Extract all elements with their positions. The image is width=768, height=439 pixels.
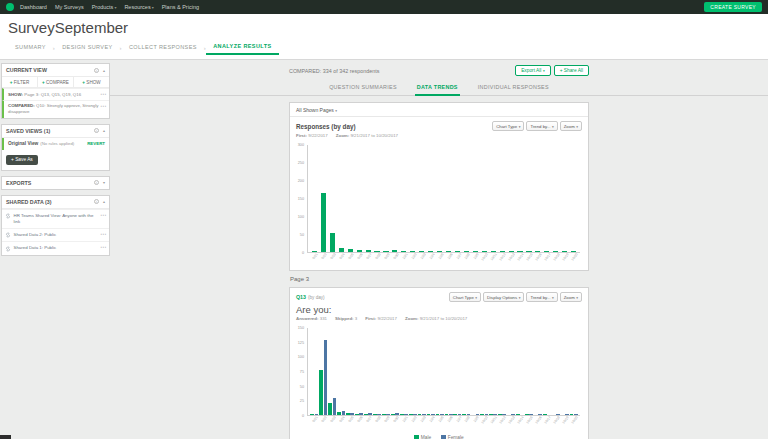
legend-label: Female [448,435,464,439]
bar-group [542,145,551,252]
shared-view-item[interactable]: HR Teams Shared View: Anyone with the li… [2,209,109,228]
bar [333,398,337,415]
surveymonkey-logo-icon[interactable] [6,3,14,11]
shared-view-item[interactable]: Shared Data 2: Public [2,228,109,242]
y-tick-label: 250 [298,161,304,165]
nav-dashboard[interactable]: Dashboard [20,4,47,10]
rule-text: Page 3: Q13, Q15, Q19, Q16 [24,92,81,97]
bar-group [382,145,391,252]
bar-group [462,145,471,252]
bar-group [471,328,480,415]
chart-controls: Chart Type Trend by... Zoom [492,121,582,131]
bar [473,251,478,252]
zoom-button[interactable]: Zoom [560,121,582,131]
bar [382,414,386,415]
by-day-label: (by day) [308,295,325,300]
bar [453,414,457,415]
display-options-button[interactable]: Display Options [483,292,524,302]
bar-group [382,328,391,415]
bar-group [417,145,426,252]
bar-group [373,328,382,415]
trend-by-button[interactable]: Trend by... [526,121,557,131]
tab-analyze-results[interactable]: ANALYZE RESULTS [206,41,278,55]
create-survey-button[interactable]: CREATE SURVEY [704,2,762,12]
bar-group [408,328,417,415]
export-all-button[interactable]: Export All [515,65,551,76]
bar-group [444,145,453,252]
button-label: Trend by... [530,124,550,129]
bar-group [533,328,542,415]
shared-view-item[interactable]: Shared Data 1: Public [2,241,109,255]
responses-by-day-chart: 050100150200250300 9/219/229/239/249/259… [292,142,582,270]
page-label: Page 3 [290,276,588,282]
pages-filter-label: All Shown Pages [296,107,334,113]
more-options-icon[interactable] [100,243,106,251]
q13-chart-header: Q13 (by day) Chart Type Display Options … [290,288,588,303]
nav-resources[interactable]: Resources [124,4,153,10]
chart-type-button[interactable]: Chart Type [449,292,481,302]
bar-group [435,145,444,252]
bar-group [319,328,328,415]
tab-data-trends[interactable]: DATA TRENDS [415,81,460,96]
nav-products[interactable]: Products [92,4,117,10]
bar [364,414,368,415]
bar [321,193,326,252]
bar-group [560,328,569,415]
bar [348,249,353,252]
info-icon[interactable] [94,68,99,73]
bar-group [525,145,534,252]
y-tick-label: 200 [298,179,304,183]
bar [337,412,341,415]
bar-group [417,328,426,415]
exports-header[interactable]: EXPORTS [2,177,109,189]
tab-question-summaries[interactable]: QUESTION SUMMARIES [327,81,399,95]
current-view-header[interactable]: CURRENT VIEW [2,64,109,77]
chevron-down-icon [334,107,337,113]
bar [570,414,574,415]
share-all-label: + Share All [560,68,583,73]
bar-group [507,328,516,415]
shared-data-header[interactable]: SHARED DATA (3) [2,196,109,209]
link-icon [5,213,11,219]
info-icon[interactable] [94,180,99,185]
more-options-icon[interactable] [100,230,106,238]
exports-panel: EXPORTS [1,176,110,190]
add-show-button[interactable]: SHOW [74,77,109,87]
more-options-icon[interactable] [100,90,106,98]
tab-design-survey[interactable]: DESIGN SURVEY [55,42,119,54]
more-options-icon[interactable] [100,102,106,110]
bar [328,403,332,415]
x-axis: 9/219/229/239/249/259/269/279/289/299/30… [307,417,580,433]
saved-views-header[interactable]: SAVED VIEWS (1) [2,125,109,138]
button-label: Trend by... [530,295,550,300]
revert-link[interactable]: REVERT [87,141,105,146]
share-all-button[interactable]: + Share All [554,65,589,76]
compare-rule: COMPARED: Q10: Strongly approve, Strongl… [2,100,109,118]
nav-plans-pricing[interactable]: Plans & Pricing [162,4,199,10]
bar-group [390,328,399,415]
bar-group [346,328,355,415]
save-as-button[interactable]: + Save As [6,155,38,165]
compared-respondents-text: COMPARED: 334 of 342 respondents [289,68,379,74]
original-view-item[interactable]: Original View (No rules applied) REVERT [2,138,109,150]
trend-by-button[interactable]: Trend by... [526,292,557,302]
add-compare-button[interactable]: COMPARE [38,77,74,87]
shared-data-title: SHARED DATA (3) [6,199,52,205]
add-filter-button[interactable]: FILTER [2,77,38,87]
bar-group [444,328,453,415]
more-options-icon[interactable] [100,211,106,219]
info-icon[interactable] [94,128,99,133]
nav-my-surveys[interactable]: My Surveys [55,4,84,10]
tab-collect-responses[interactable]: COLLECT RESPONSES [122,42,204,54]
pages-filter-dropdown[interactable]: All Shown Pages [296,107,337,113]
y-tick-label: 300 [298,143,304,147]
tab-summary[interactable]: SUMMARY [8,42,53,54]
zoom-button[interactable]: Zoom [560,292,582,302]
y-tick-label: 0 [302,251,304,255]
results-column: All Shown Pages Responses (by day) Chart… [289,102,589,439]
chart-type-button[interactable]: Chart Type [492,121,524,131]
bar-group [328,145,337,252]
bar-group [551,145,560,252]
tab-individual-responses[interactable]: INDIVIDUAL RESPONSES [476,81,551,95]
info-icon[interactable] [94,199,99,204]
